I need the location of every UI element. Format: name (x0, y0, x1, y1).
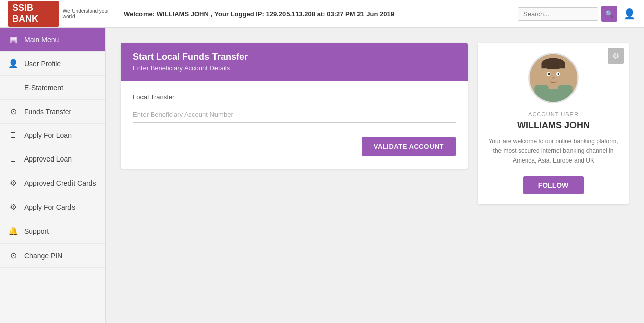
main-content: Start Local Funds Transfer Enter Benefic… (106, 28, 644, 323)
follow-button[interactable]: FOLLOW (523, 176, 584, 194)
svg-point-10 (552, 77, 555, 79)
beneficiary-account-input[interactable] (133, 107, 456, 123)
sidebar-item-approved-loan[interactable]: 🗒 Approved Loan (0, 147, 105, 171)
sidebar-item-funds-transfer[interactable]: ⊙ Funds Transfer (0, 100, 105, 124)
avatar-image (530, 53, 577, 103)
svg-rect-5 (542, 64, 565, 68)
sidebar-label-apply-for-cards: Apply For Cards (24, 203, 75, 211)
card-subtitle: Enter Beneficiary Account Details (133, 64, 456, 72)
svg-point-8 (548, 73, 550, 75)
logo-area: SSIB BANK We Understand your world (8, 1, 114, 26)
sidebar: ▦ Main Menu 👤 User Profile 🗒 E-Statement… (0, 28, 106, 323)
content-area: Start Local Funds Transfer Enter Benefic… (121, 43, 468, 308)
main-menu-icon: ▦ (8, 35, 18, 44)
e-statement-icon: 🗒 (8, 83, 18, 92)
welcome-text: Welcome: (124, 10, 155, 18)
sidebar-label-support: Support (24, 227, 49, 235)
sidebar-item-change-pin[interactable]: ⊙ Change PIN (0, 244, 105, 268)
sidebar-item-support[interactable]: 🔔 Support (0, 219, 105, 244)
user-icon: 👤 (623, 8, 636, 19)
header-time: at: 03:27 PM 21 Jun 2019 (317, 10, 394, 18)
header-ip: , Your Logged IP: 129.205.113.208 (210, 10, 315, 18)
change-pin-icon: ⊙ (8, 251, 18, 260)
account-user-label: ACCOUNT USER (488, 111, 619, 117)
user-icon-button[interactable]: 👤 (623, 8, 636, 20)
transfer-card: Start Local Funds Transfer Enter Benefic… (121, 43, 468, 169)
svg-point-9 (557, 73, 559, 75)
apply-cards-icon: ⚙ (8, 202, 18, 212)
sidebar-item-user-profile[interactable]: 👤 User Profile (0, 52, 105, 76)
settings-button[interactable]: ⚙ (608, 48, 624, 64)
sidebar-label-apply-for-loan: Apply For Loan (24, 131, 72, 139)
sidebar-item-apply-for-cards[interactable]: ⚙ Apply For Cards (0, 195, 105, 219)
sidebar-item-main-menu[interactable]: ▦ Main Menu (0, 28, 105, 52)
avatar (528, 53, 579, 103)
settings-icon: ⚙ (612, 51, 619, 61)
search-button[interactable]: 🔍 (601, 6, 617, 22)
sidebar-item-approved-credit-cards[interactable]: ⚙ Approved Credit Cards (0, 171, 105, 195)
right-panel: ⚙ (478, 43, 629, 308)
card-body: Local Transfer VALIDATE ACCOUNT (121, 81, 468, 169)
sidebar-label-change-pin: Change PIN (24, 252, 62, 260)
card-header: Start Local Funds Transfer Enter Benefic… (121, 43, 468, 81)
transfer-type-label: Local Transfer (133, 93, 456, 101)
account-user-description: Your are welcome to our online banking p… (488, 137, 619, 166)
layout: ▦ Main Menu 👤 User Profile 🗒 E-Statement… (0, 28, 644, 323)
sidebar-item-e-statement[interactable]: 🗒 E-Statement (0, 76, 105, 100)
validate-account-button[interactable]: VALIDATE ACCOUNT (362, 137, 456, 156)
search-icon: 🔍 (605, 10, 614, 18)
header: SSIB BANK We Understand your world Welco… (0, 0, 644, 28)
logo-tagline: We Understand your world (63, 8, 114, 19)
apply-loan-icon: 🗒 (8, 131, 18, 140)
approved-cards-icon: ⚙ (8, 178, 18, 188)
logo-box: SSIB BANK (8, 1, 59, 26)
header-search: 🔍 👤 (518, 6, 636, 22)
logo-name: SSIB BANK (12, 3, 55, 24)
sidebar-label-user-profile: User Profile (24, 60, 61, 68)
header-username: WILLIAMS JOHN (157, 10, 209, 18)
funds-transfer-icon: ⊙ (8, 107, 18, 116)
search-input[interactable] (518, 7, 598, 21)
sidebar-label-approved-loan: Approved Loan (24, 155, 72, 163)
sidebar-label-approved-credit-cards: Approved Credit Cards (24, 179, 96, 187)
sidebar-label-funds-transfer: Funds Transfer (24, 108, 71, 116)
support-icon: 🔔 (8, 226, 18, 236)
user-card: ⚙ (478, 43, 629, 204)
approved-loan-icon: 🗒 (8, 154, 18, 164)
user-profile-icon: 👤 (8, 59, 18, 68)
card-title: Start Local Funds Transfer (133, 52, 456, 62)
sidebar-label-main-menu: Main Menu (24, 36, 59, 44)
account-user-name: WILLIAMS JOHN (488, 120, 619, 131)
sidebar-label-e-statement: E-Statement (24, 84, 63, 92)
header-welcome: Welcome: WILLIAMS JOHN , Your Logged IP:… (114, 10, 518, 18)
sidebar-item-apply-for-loan[interactable]: 🗒 Apply For Loan (0, 124, 105, 147)
